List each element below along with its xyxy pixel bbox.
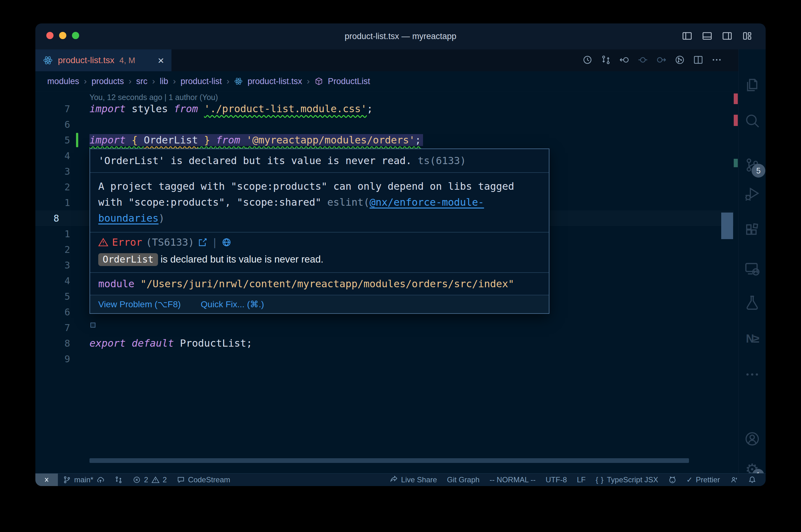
diff-mark-red: [734, 93, 738, 104]
remote-indicator[interactable]: [35, 474, 58, 486]
status-notifications[interactable]: [743, 476, 761, 484]
toggle-primary-sidebar-icon[interactable]: [682, 31, 692, 42]
breadcrumb-item[interactable]: src: [136, 77, 147, 86]
module-path: "/Users/juri/nrwl/content/myreactapp/mod…: [134, 278, 514, 290]
code-token: {: [126, 134, 144, 146]
breadcrumb-item[interactable]: products: [91, 77, 124, 86]
line-number: 8: [35, 213, 70, 224]
source-control-icon[interactable]: 5: [744, 157, 760, 173]
live-share-icon: [390, 476, 398, 484]
status-vim-mode[interactable]: -- NORMAL --: [485, 475, 541, 484]
customize-layout-icon[interactable]: [742, 31, 752, 42]
gitlens-codelens[interactable]: You, 12 seconds ago | 1 author (You): [90, 93, 218, 102]
code-token: from: [174, 103, 198, 115]
code-text: import { OrderList } from '@myreactapp/m…: [90, 132, 423, 148]
line-number: 3: [35, 166, 70, 177]
line-number: 1: [35, 197, 70, 208]
toggle-panel-icon[interactable]: [702, 31, 712, 42]
diff-mark-teal: [734, 159, 738, 167]
code-text: export default ProductList;: [90, 336, 252, 351]
breadcrumb-item[interactable]: product-list.tsx: [248, 77, 302, 86]
popup-resize-handle[interactable]: [90, 323, 95, 327]
error-hover-popup: 'OrderList' is declared but its value is…: [90, 149, 549, 314]
status-eol[interactable]: LF: [572, 475, 591, 484]
error-circle-icon: [133, 476, 141, 484]
split-editor-icon[interactable]: [693, 55, 703, 66]
code-line[interactable]: 9: [35, 351, 734, 367]
code-token: import: [90, 134, 126, 146]
code-line[interactable]: 7: [35, 320, 734, 336]
status-git-graph[interactable]: Git Graph: [442, 475, 485, 484]
status-compare[interactable]: [110, 476, 128, 484]
change-heatmap-icon[interactable]: [638, 55, 648, 66]
breadcrumb-item[interactable]: modules: [47, 77, 79, 86]
scrollbar-thumb[interactable]: [721, 212, 733, 239]
error-label: Error: [112, 236, 142, 248]
check-icon: ✓: [687, 475, 693, 484]
code-token: ProductList;: [174, 337, 252, 349]
tab-product-list[interactable]: product-list.tsx 4, M ×: [35, 50, 171, 71]
code-token: ;: [415, 134, 421, 146]
language-label: TypeScript JSX: [607, 475, 658, 484]
extensions-icon[interactable]: [744, 222, 760, 239]
chip-message: is declared but its value is never read.: [158, 254, 324, 265]
breadcrumb-item[interactable]: lib: [160, 77, 168, 86]
status-encoding[interactable]: UTF-8: [541, 475, 572, 484]
more-actions-icon[interactable]: [711, 55, 722, 66]
comment-icon: [177, 476, 185, 484]
line-number: 8: [35, 338, 70, 349]
breadcrumb-item[interactable]: product-list: [181, 77, 222, 86]
line-number: 4: [35, 276, 70, 286]
status-prettier[interactable]: ✓ Prettier: [681, 475, 725, 484]
overview-ruler[interactable]: [734, 92, 739, 473]
live-share-label: Live Share: [401, 475, 437, 484]
code-line[interactable]: 7import styles from './product-list.modu…: [35, 101, 734, 117]
quick-fix-link[interactable]: Quick Fix... (⌘.): [201, 299, 264, 309]
code-token: export: [90, 337, 126, 349]
status-codestream[interactable]: CodeStream: [172, 475, 235, 484]
remote-explorer-icon[interactable]: [744, 261, 760, 277]
status-feedback[interactable]: [725, 476, 743, 484]
previous-change-icon[interactable]: [619, 55, 630, 66]
run-debug-icon[interactable]: [744, 186, 760, 202]
title-bar: product-list.tsx — myreactapp: [35, 23, 766, 50]
testing-icon[interactable]: [744, 294, 760, 311]
popup-summary: 'OrderList' is declared but its value is…: [90, 149, 549, 172]
error-code: (TS6133): [146, 236, 194, 248]
diff-mark-red: [734, 115, 738, 126]
toggle-secondary-sidebar-icon[interactable]: [722, 31, 732, 42]
braces-icon: { }: [596, 475, 604, 484]
next-change-icon[interactable]: [656, 55, 667, 66]
prettier-label: Prettier: [696, 475, 720, 484]
code-line[interactable]: 5import { OrderList } from '@myreactapp/…: [35, 132, 734, 148]
code-token: ;: [367, 103, 372, 115]
commit-graph-icon[interactable]: [675, 55, 685, 66]
tab-close-icon[interactable]: ×: [158, 55, 164, 65]
nx-console-icon[interactable]: N≥: [744, 331, 760, 347]
status-github[interactable]: [663, 476, 681, 484]
compare-changes-icon[interactable]: [601, 55, 611, 66]
status-live-share[interactable]: Live Share: [385, 475, 442, 484]
search-icon[interactable]: [744, 113, 760, 129]
status-branch[interactable]: main*: [58, 475, 110, 484]
line-number: 7: [35, 322, 70, 333]
feedback-person-icon: [730, 476, 738, 484]
code-line[interactable]: 8export default ProductList;: [35, 336, 734, 351]
explorer-icon[interactable]: [744, 77, 760, 93]
account-icon[interactable]: [744, 431, 760, 447]
vscode-window: product-list.tsx — myreactapp product-li…: [35, 23, 766, 486]
popup-module-row: module "/Users/juri/nrwl/content/myreact…: [90, 272, 549, 295]
view-problem-link[interactable]: View Problem (⌥F8): [98, 299, 181, 309]
horizontal-scrollbar[interactable]: [90, 458, 689, 463]
timeline-icon[interactable]: [582, 55, 593, 66]
breadcrumb-item[interactable]: ProductList: [328, 77, 370, 86]
code-line[interactable]: 6: [35, 117, 734, 132]
status-language[interactable]: { } TypeScript JSX: [591, 475, 663, 484]
external-link-icon[interactable]: [198, 237, 208, 247]
globe-icon[interactable]: [221, 237, 232, 247]
react-icon: [43, 55, 53, 65]
more-views-icon[interactable]: [744, 366, 760, 383]
warning-count: 2: [163, 475, 167, 484]
react-icon: [234, 77, 243, 86]
status-problems[interactable]: 2 2: [128, 475, 172, 484]
